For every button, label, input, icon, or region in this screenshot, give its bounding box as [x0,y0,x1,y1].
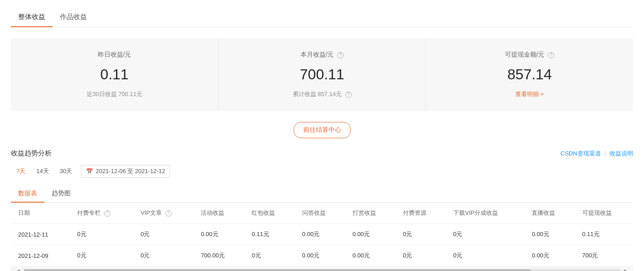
earnings-explanation-link[interactable]: 收益说明 [610,150,633,158]
sub-tab-bar: 数据表 趋势图 [11,185,633,203]
table-row: 2021-12-110元0元0.00元0.11元0.00元0.00元0元0元0.… [11,224,633,245]
stat-month-sub: 累计收益 857.14元 ? [293,90,352,98]
page-container: 整体收益 作品收益 昨日收益/元 0.11 近30日收益 700.11元 本月收… [0,0,644,271]
time-btn-30d[interactable]: 30天 [54,165,77,177]
sub-tab-data-table[interactable]: 数据表 [11,185,44,202]
stat-withdrawable-link[interactable]: 查看明细 > [515,90,544,98]
time-btn-14d[interactable]: 14天 [31,165,54,177]
cell-withdrawable: 700元 [575,245,633,266]
col-reward: 打赏收益 [345,203,396,224]
cell-vip_article: 0元 [133,224,194,245]
cell-qa: 0.00元 [295,224,345,245]
cell-date: 2021-12-11 [11,224,70,245]
time-filter: 7天 14天 30天 📅 2021-12-06 至 2021-12-12 [11,165,633,178]
analysis-header: 收益趋势分析 CSDN变现渠道 | 收益说明 [11,149,633,158]
link-divider: | [605,150,606,157]
vip-article-info-icon[interactable]: ? [165,210,172,217]
col-vip-download: 下载VIP分成收益 [446,203,524,224]
time-btn-7d[interactable]: 7天 [11,165,31,177]
date-range-picker[interactable]: 📅 2021-12-06 至 2021-12-12 [81,165,170,178]
scroll-left-arrow[interactable]: ◀ [15,268,22,271]
date-range-text: 2021-12-06 至 2021-12-12 [96,167,165,175]
cell-vip_article: 0元 [133,245,194,266]
paid-column-info-icon[interactable]: ? [104,210,111,217]
month-info-icon[interactable]: ? [337,52,344,58]
stat-withdrawable-value: 857.14 [508,66,552,83]
stat-month-label: 本月收益/元 ? [300,51,344,59]
stats-row: 昨日收益/元 0.11 近30日收益 700.11元 本月收益/元 ? 700.… [11,38,633,111]
col-paid-column: 付费专栏 ? [70,203,133,224]
cell-reward: 0.00元 [345,224,396,245]
scroll-thumb [24,269,531,271]
cell-activity: 0.00元 [194,224,244,245]
cell-live: 0.00元 [524,245,575,266]
col-paid-resource: 付费资源 [396,203,446,224]
csdn-channel-link[interactable]: CSDN变现渠道 [561,150,601,158]
cell-paid_column: 0元 [70,224,133,245]
cell-withdrawable: 0.11元 [575,224,633,245]
cell-hongbao: 0元 [244,245,295,266]
col-withdrawable: 可提现收益 [575,203,633,224]
table-header-row: 日期 付费专栏 ? VIP文章 ? 活动收益 红包收益 问答收益 打赏收益 付费… [11,203,633,224]
cell-date: 2021-12-09 [11,245,70,266]
cell-vip_download: 0元 [446,245,524,266]
calendar-icon: 📅 [86,168,93,174]
tab-bar: 整体收益 作品收益 [11,7,633,27]
cell-reward: 0.00元 [345,245,396,266]
sub-tab-trend-chart[interactable]: 趋势图 [44,185,78,202]
col-date: 日期 [11,203,70,224]
table-wrapper[interactable]: 日期 付费专栏 ? VIP文章 ? 活动收益 红包收益 问答收益 打赏收益 付费… [11,203,633,266]
data-table: 日期 付费专栏 ? VIP文章 ? 活动收益 红包收益 问答收益 打赏收益 付费… [11,203,633,266]
stat-yesterday-sub: 近30日收益 700.11元 [87,90,142,98]
cell-hongbao: 0.11元 [244,224,295,245]
settlement-button[interactable]: 前往结算中心 [294,122,351,138]
cell-paid_resource: 0元 [396,245,446,266]
table-row: 2021-12-090元0元700.00元0元0.00元0.00元0元0元0.0… [11,245,633,266]
col-vip-article: VIP文章 ? [133,203,194,224]
cell-activity: 700.00元 [194,245,244,266]
cell-vip_download: 0元 [446,224,524,245]
table-body: 2021-12-110元0元0.00元0.11元0.00元0.00元0元0元0.… [11,224,633,266]
tab-work-earnings[interactable]: 作品收益 [53,7,94,27]
tab-overall-earnings[interactable]: 整体收益 [11,7,53,27]
stat-yesterday-label: 昨日收益/元 [98,51,131,59]
stat-card-month: 本月收益/元 ? 700.11 累计收益 857.14元 ? [218,38,426,111]
scroll-track[interactable] [24,269,620,271]
stat-month-value: 700.11 [300,66,344,83]
stat-card-withdrawable: 可提现金额/元 ? 857.14 查看明细 > [426,38,633,111]
scroll-right-arrow[interactable]: ▶ [622,268,629,271]
month-sub-info-icon[interactable]: ? [345,92,352,98]
col-qa: 问答收益 [295,203,345,224]
col-activity: 活动收益 [194,203,244,224]
analysis-links: CSDN变现渠道 | 收益说明 [561,150,633,158]
stat-withdrawable-label: 可提现金额/元 ? [505,51,555,59]
analysis-title: 收益趋势分析 [11,149,52,158]
stat-yesterday-value: 0.11 [100,66,128,83]
cell-paid_column: 0元 [70,245,133,266]
withdrawable-info-icon[interactable]: ? [548,52,554,58]
cell-live: 0.00元 [524,224,575,245]
stat-card-yesterday: 昨日收益/元 0.11 近30日收益 700.11元 [11,38,218,111]
col-live: 直播收益 [524,203,575,224]
cell-paid_resource: 0元 [396,224,446,245]
scroll-indicator: ◀ ▶ [11,266,633,271]
settlement-row: 前往结算中心 [11,122,633,138]
cell-qa: 0.00元 [295,245,345,266]
col-hongbao: 红包收益 [244,203,295,224]
